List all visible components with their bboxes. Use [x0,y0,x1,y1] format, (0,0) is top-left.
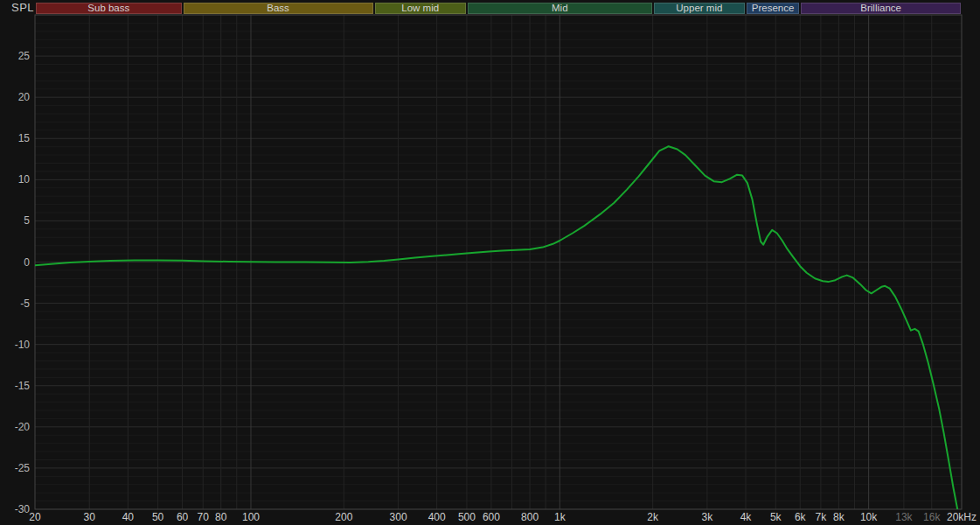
x-tick-label: 100 [242,512,260,523]
frequency-response-chart: SPL Sub bassBassLow midMidUpper midPrese… [0,0,980,525]
band-upper-mid: Upper mid [654,3,745,14]
band-brilliance: Brilliance [801,3,961,14]
x-tick-label: 3k [702,512,713,523]
band-bass: Bass [184,3,373,14]
y-tick-label: 10 [0,174,30,185]
x-tick-label: 60 [177,512,188,523]
x-tick-label: 70 [198,512,209,523]
band-label: Brilliance [860,4,901,13]
y-tick-label: 15 [0,133,30,144]
y-tick-label: 0 [0,257,30,268]
x-tick-label: 20kHz [947,512,977,523]
x-tick-label: 8k [833,512,844,523]
x-tick-label: 16k [923,512,940,523]
band-low-mid: Low mid [375,3,466,14]
x-tick-label: 500 [458,512,476,523]
band-mid: Mid [468,3,652,14]
frequency-response-curve [35,146,959,517]
y-tick-label: -15 [0,381,30,391]
x-tick-label: 20 [29,512,40,523]
y-tick-label: -25 [0,463,30,473]
x-tick-label: 40 [122,512,134,523]
x-tick-label: 6k [795,512,806,523]
band-label: Upper mid [676,4,722,13]
horizontal-gridlines [35,23,962,500]
x-tick-label: 50 [152,512,163,523]
x-tick-label: 600 [483,512,500,523]
y-tick-label: 5 [0,215,30,226]
x-tick-label: 300 [390,512,407,523]
x-tick-label: 1k [554,512,566,523]
band-label: Low mid [401,4,439,13]
x-tick-label: 7k [816,512,827,523]
x-tick-label: 30 [84,512,95,523]
x-tick-label: 10k [860,512,877,523]
y-tick-label: 20 [0,92,30,102]
y-tick-label: -30 [0,504,30,514]
x-tick-label: 5k [770,512,782,523]
y-tick-label: -5 [0,298,30,309]
band-sub-bass: Sub bass [36,3,182,14]
band-label: Mid [552,4,568,13]
x-tick-label: 400 [428,512,446,523]
plot-area [0,0,980,525]
band-label: Bass [267,4,289,13]
band-label: Presence [752,4,795,13]
y-tick-label: 25 [0,51,30,61]
x-tick-label: 2k [647,512,658,523]
x-tick-label: 200 [335,512,352,523]
y-tick-label: -10 [0,340,30,350]
x-tick-label: 80 [215,512,226,523]
x-tick-label: 13k [895,512,912,523]
band-label: Sub bass [87,4,129,13]
x-tick-label: 800 [521,512,539,523]
y-tick-label: -20 [0,422,30,432]
band-presence: Presence [747,3,799,14]
x-tick-label: 4k [740,512,752,523]
